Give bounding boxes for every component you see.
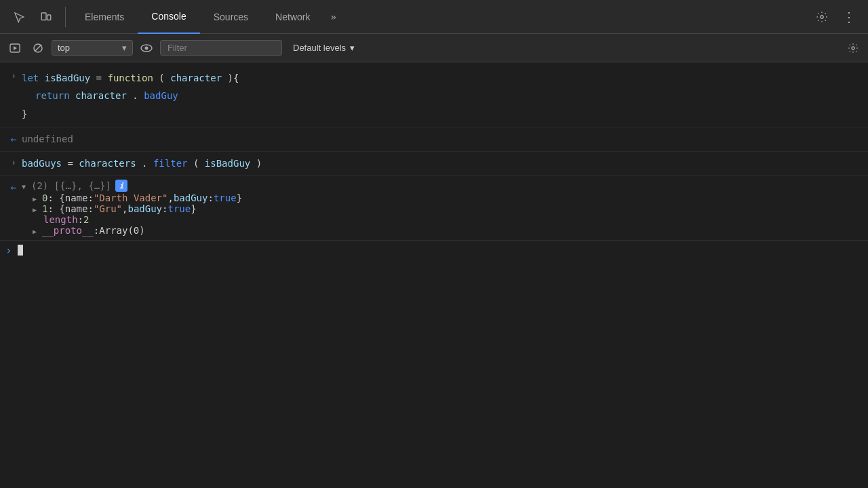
context-select[interactable]: top ▾ [52, 40, 133, 56]
result-arrow: ← [5, 180, 22, 192]
console-entry-2: ← undefined [0, 127, 868, 151]
var-isbadguy: isBadGuy [45, 73, 90, 83]
prompt-arrow-icon: › [5, 244, 12, 257]
levels-arrow-icon: ▾ [350, 43, 355, 53]
svg-point-9 [852, 47, 854, 49]
filter-input[interactable] [160, 40, 282, 56]
settings-gear-icon [848, 43, 859, 54]
prop-badguy-1: badGuy [127, 203, 162, 214]
console-settings-button[interactable] [844, 39, 863, 58]
keyword-return: return [35, 90, 70, 101]
settings-button[interactable] [808, 3, 835, 30]
ellipsis-icon: ⋮ [842, 9, 856, 25]
svg-rect-0 [41, 13, 46, 20]
tab-network[interactable]: Network [262, 0, 323, 34]
output-arrow-2: ← [5, 131, 22, 144]
array-length: length : 2 [5, 214, 89, 225]
gear-icon [816, 11, 828, 23]
name-gru: "Gru" [94, 203, 122, 214]
keyword-function: function [107, 73, 153, 83]
left-arrow-icon-2: ← [11, 134, 16, 144]
console-content: › let isBadGuy = function ( character ){… [0, 62, 868, 488]
device-icon [40, 11, 52, 23]
var-badguys: badGuys [22, 158, 62, 169]
length-value: 2 [83, 214, 89, 225]
value-true-1: true [167, 203, 191, 214]
proto-expand-button[interactable] [33, 225, 42, 236]
console-entry-4: ← (2) [{…}, {…}] i 0 : {name: "Darth Vad… [0, 176, 868, 241]
array-summary: (2) [{…}, {…}] [31, 180, 111, 191]
device-toolbar-button[interactable] [33, 3, 60, 30]
top-nav: Elements Console Sources Network » ⋮ [0, 0, 868, 34]
input-arrow-3: › [5, 156, 22, 167]
svg-point-2 [821, 15, 824, 18]
svg-point-8 [145, 46, 149, 49]
item-1-expand-button[interactable] [33, 203, 42, 214]
nav-tabs: Elements Console Sources Network » [71, 0, 808, 34]
var-characters: characters [79, 158, 136, 169]
undefined-output: undefined [22, 131, 863, 146]
array-proto: __proto__ : Array(0) [5, 225, 145, 236]
run-script-button[interactable] [5, 39, 24, 58]
array-collapse-button[interactable] [22, 180, 31, 191]
keyword-let: let [22, 73, 39, 83]
inspect-element-button[interactable] [5, 3, 33, 30]
array-item-0: 0 : {name: "Darth Vader" , badGuy : true… [5, 192, 242, 203]
proto-value: Array(0) [99, 225, 144, 236]
code-content-3: badGuys = characters . filter ( isBadGuy… [22, 156, 863, 171]
name-darth-vader: "Darth Vader" [94, 192, 168, 203]
index-1: 1 [42, 203, 47, 214]
tab-sources[interactable]: Sources [200, 0, 262, 34]
nav-right: ⋮ [808, 3, 863, 30]
tab-console[interactable]: Console [138, 0, 199, 34]
left-arrow-result: ← [11, 182, 16, 192]
live-expressions-button[interactable] [137, 39, 156, 58]
svg-rect-1 [47, 15, 51, 20]
arg-isbadguy: isBadGuy [205, 158, 250, 169]
method-filter: filter [153, 158, 188, 169]
nav-separator [65, 7, 66, 27]
clear-console-button[interactable] [28, 39, 47, 58]
chevron-down-icon: ▾ [117, 43, 127, 53]
console-prompt-line[interactable]: › [0, 241, 868, 260]
undefined-value: undefined [22, 134, 73, 144]
tab-elements[interactable]: Elements [71, 0, 138, 34]
prop-badguy: badGuy [144, 90, 178, 101]
more-tabs-button[interactable]: » [323, 0, 342, 34]
cursor [18, 245, 23, 256]
code-line-2: return character . badGuy [22, 87, 863, 104]
code-line-1: let isBadGuy = function ( character ){ [22, 69, 863, 87]
item-0-expand-button[interactable] [33, 192, 42, 203]
levels-label: Default levels [293, 43, 346, 53]
length-label: length [43, 214, 78, 225]
cursor-icon [13, 11, 25, 23]
code-line-3: } [22, 105, 863, 123]
param-character: character [170, 73, 222, 83]
eye-icon [140, 41, 153, 55]
console-entry-1: › let isBadGuy = function ( character ){… [0, 65, 868, 127]
proto-label: __proto__ [42, 225, 94, 236]
var-character2: character [75, 90, 127, 101]
input-arrow-1: › [5, 69, 22, 81]
play-icon [9, 43, 20, 54]
result-header: ← (2) [{…}, {…}] i [5, 180, 127, 192]
right-arrow-icon-3: › [11, 158, 16, 167]
svg-marker-4 [14, 46, 17, 50]
block-icon [33, 43, 43, 54]
info-badge: i [115, 180, 127, 192]
array-item-1: 1 : {name: "Gru" , badGuy : true } [5, 203, 197, 214]
console-entry-3: › badGuys = characters . filter ( isBadG… [0, 152, 868, 176]
right-arrow-icon-1: › [11, 71, 16, 81]
log-levels-button[interactable]: Default levels ▾ [286, 41, 361, 55]
context-value: top [58, 43, 70, 53]
value-true-0: true [214, 192, 237, 203]
index-0: 0 [42, 192, 47, 203]
more-options-button[interactable]: ⋮ [835, 3, 863, 30]
code-content-1: let isBadGuy = function ( character ){ r… [22, 69, 863, 123]
prop-badguy-0: badGuy [174, 192, 208, 203]
console-toolbar: top ▾ Default levels ▾ [0, 34, 868, 62]
svg-line-6 [35, 45, 41, 52]
